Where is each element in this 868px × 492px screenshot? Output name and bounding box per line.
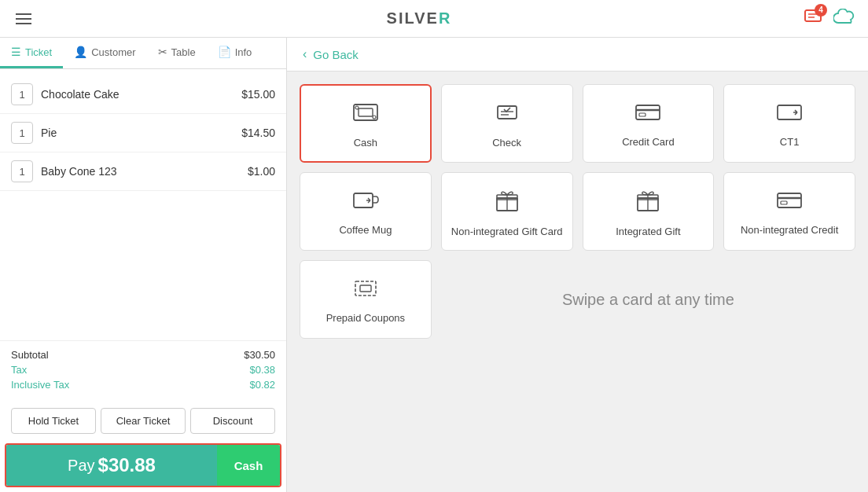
pay-button[interactable]: Pay $30.88 [6,445,217,486]
table-row[interactable]: 1 Chocolate Cake $15.00 [0,75,286,114]
chevron-left-icon: ‹ [303,47,307,61]
customer-icon: 👤 [74,46,87,58]
check-icon [495,101,520,129]
table-row[interactable]: 1 Pie $14.50 [0,114,286,152]
non-integrated-gift-label: Non-integrated Gift Card [451,226,563,237]
notification-badge: 4 [815,4,827,17]
svg-rect-3 [354,105,377,120]
payment-tile-integrated-gift[interactable]: Integrated Gift [583,172,715,251]
ct1-label: CT1 [780,136,800,148]
svg-point-5 [355,106,359,109]
item-price: $1.00 [248,165,275,178]
coffee-mug-label: Coffee Mug [339,224,392,236]
go-back-bar[interactable]: ‹ Go Back [287,38,868,72]
svg-rect-24 [355,281,376,296]
payment-grid-row1: Cash Check [300,84,855,163]
right-panel: ‹ Go Back Cash [287,38,868,492]
left-panel: ☰ Ticket 👤 Customer ✂ Table 📄 Info 1 Cho… [0,38,287,492]
non-integrated-credit-label: Non-integrated Credit [741,224,838,236]
item-price: $15.00 [241,88,275,101]
payment-tile-check[interactable]: Check [441,84,573,163]
menu-icon[interactable] [13,10,35,28]
discount-button[interactable]: Discount [190,408,275,434]
payment-grid-area: Cash Check [287,72,868,492]
payment-tile-non-integrated-credit[interactable]: Non-integrated Credit [723,172,855,251]
svg-rect-7 [498,106,517,119]
tab-customer[interactable]: 👤 Customer [63,38,146,68]
table-icon: ✂ [158,46,167,58]
payment-grid-row2: Coffee Mug Non-integrated Gift Card [300,172,855,251]
inclusive-tax-row: Inclusive Tax $0.82 [11,379,275,391]
item-qty[interactable]: 1 [11,160,33,182]
prepaid-coupons-label: Prepaid Coupons [326,312,405,324]
gift-icon [494,189,520,218]
check-label: Check [492,137,521,149]
table-row[interactable]: 1 Baby Cone 123 $1.00 [0,152,286,191]
payment-tile-credit-card[interactable]: Credit Card [583,84,715,163]
top-bar: SILVER 4 [0,0,868,38]
svg-rect-10 [636,105,660,119]
svg-rect-21 [778,193,801,207]
tab-table[interactable]: ✂ Table [147,38,207,68]
item-price: $14.50 [241,127,275,139]
cash-icon [352,101,379,129]
pay-label: Pay [68,457,94,475]
integrated-gift-label: Integrated Gift [616,226,680,237]
svg-rect-4 [359,108,373,116]
top-bar-left [13,10,35,28]
go-back-text: Go Back [313,48,359,61]
item-name: Baby Cone 123 [41,165,248,178]
svg-rect-23 [781,201,787,204]
tab-ticket[interactable]: ☰ Ticket [0,38,63,68]
hold-ticket-button[interactable]: Hold Ticket [11,408,96,434]
app-title: SILVER [387,9,452,28]
payment-tile-ct1[interactable]: CT1 [723,84,855,163]
payment-tile-non-integrated-gift[interactable]: Non-integrated Gift Card [441,172,573,251]
tab-info[interactable]: 📄 Info [207,38,263,68]
pay-bar: Pay $30.88 Cash [5,443,281,487]
swipe-text: Swipe a card at any time [441,275,855,325]
payment-tile-prepaid-coupons[interactable]: Prepaid Coupons [300,260,432,339]
action-buttons: Hold Ticket Clear Ticket Discount [0,402,286,440]
item-qty[interactable]: 1 [11,83,33,105]
payment-grid-row3: Prepaid Coupons Swipe a card at any time [300,260,855,339]
pay-amount: $30.88 [98,454,156,476]
tax-row: Tax $0.38 [11,364,275,376]
cash-label: Cash [354,137,377,149]
coupon-icon [352,278,379,304]
order-items: 1 Chocolate Cake $15.00 1 Pie $14.50 1 B… [0,69,286,340]
coffee-mug-icon [352,190,379,216]
credit-card-icon [634,102,661,128]
payment-tile-coffee-mug[interactable]: Coffee Mug [300,172,432,251]
clear-ticket-button[interactable]: Clear Ticket [101,408,186,434]
item-name: Chocolate Cake [41,88,241,101]
svg-rect-25 [360,285,371,292]
totals: Subtotal $30.50 Tax $0.38 Inclusive Tax … [0,340,286,402]
ct1-icon [776,102,803,128]
ticket-icon: ☰ [11,46,21,58]
item-name: Pie [41,127,241,139]
pay-method-button[interactable]: Cash [217,445,280,486]
integrated-gift-icon [634,189,661,218]
tabs: ☰ Ticket 👤 Customer ✂ Table 📄 Info [0,38,286,69]
svg-point-6 [373,116,376,119]
main-layout: ☰ Ticket 👤 Customer ✂ Table 📄 Info 1 Cho… [0,38,868,492]
subtotal-row: Subtotal $30.50 [11,349,275,361]
svg-rect-13 [778,105,801,119]
cloud-icon[interactable] [833,9,855,29]
notification-icon[interactable]: 4 [804,9,822,29]
item-qty[interactable]: 1 [11,122,33,144]
info-icon: 📄 [218,46,231,58]
svg-rect-12 [639,113,645,116]
non-integrated-credit-icon [776,190,803,216]
payment-tile-cash[interactable]: Cash [300,84,432,163]
top-bar-right: 4 [804,9,855,29]
credit-card-label: Credit Card [622,136,674,148]
